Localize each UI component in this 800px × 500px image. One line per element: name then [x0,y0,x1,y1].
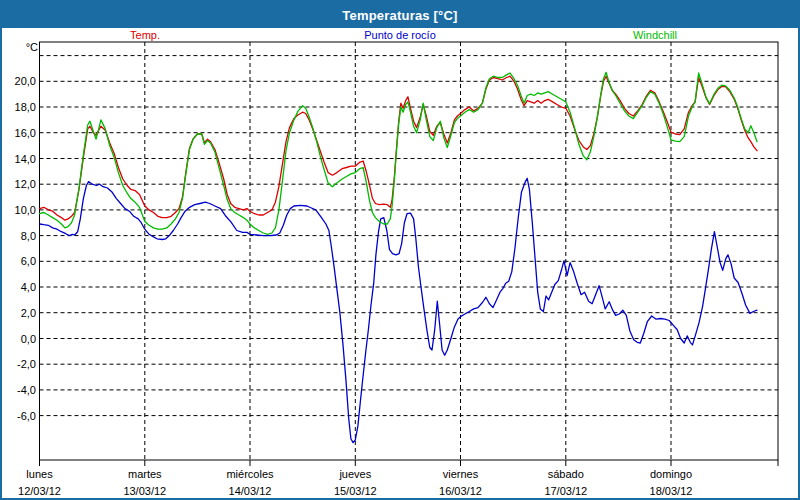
day-name-label: miércoles [226,468,274,480]
y-axis-label: 20,0 [15,75,36,87]
day-name-label: domingo [650,468,692,480]
day-date-label: 18/03/12 [650,485,693,497]
day-date-label: 16/03/12 [439,485,482,497]
y-axis-label: 16,0 [15,127,36,139]
temp-line [40,76,758,220]
x-axis-ticks [40,460,779,466]
y-axis-labels: 20,018,016,014,012,010,08,06,04,02,00,0-… [15,75,36,421]
y-axis-label: 0,0 [21,333,36,345]
temperature-chart: 20,018,016,014,012,010,08,06,04,02,00,0-… [2,2,800,500]
y-axis-label: 8,0 [21,230,36,242]
y-axis-label: 4,0 [21,281,36,293]
day-name-label: sábado [548,468,584,480]
y-axis-label: 14,0 [15,153,36,165]
x-axis-day-labels: lunes12/03/12martes13/03/12miércoles14/0… [18,468,692,497]
dewpoint-line [40,178,758,442]
day-date-label: 14/03/12 [229,485,272,497]
y-axis-label: 2,0 [21,307,36,319]
y-axis-label: 12,0 [15,178,36,190]
y-axis-label: -4,0 [17,384,36,396]
day-name-label: martes [128,468,162,480]
y-axis-label: 10,0 [15,204,36,216]
app-window: { "window": { "title": "Temperaturas [°C… [0,0,800,500]
day-date-label: 12/03/12 [18,485,61,497]
day-date-label: 13/03/12 [123,485,166,497]
day-name-label: lunes [26,468,53,480]
day-name-label: jueves [338,468,371,480]
day-name-label: viernes [443,468,479,480]
y-axis-label: 18,0 [15,101,36,113]
y-axis-label: -2,0 [17,358,36,370]
day-date-label: 17/03/12 [544,485,587,497]
day-date-label: 15/03/12 [334,485,377,497]
x-gridlines [145,42,671,460]
y-axis-label: 6,0 [21,255,36,267]
y-axis-label: -6,0 [17,410,36,422]
